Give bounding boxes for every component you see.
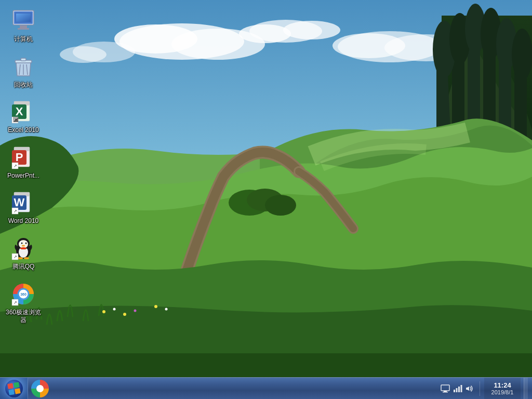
- tray-separator: [480, 381, 480, 396]
- win-logo-pane-3: [8, 389, 15, 395]
- svg-rect-85: [456, 388, 458, 392]
- desktop-wallpaper: [0, 0, 532, 399]
- svg-text:↗: ↗: [14, 164, 17, 168]
- svg-point-5: [239, 24, 291, 43]
- windows-logo: [7, 382, 20, 395]
- taskbar: 11:24 2019/8/1: [0, 377, 532, 399]
- excel-icon-label: Excel 2010: [8, 126, 38, 135]
- svg-rect-82: [444, 391, 447, 392]
- svg-point-6: [283, 21, 340, 39]
- clock-time: 11:24: [494, 381, 511, 389]
- svg-point-23: [134, 310, 137, 312]
- start-button[interactable]: [0, 378, 28, 400]
- svg-text:X: X: [16, 105, 23, 118]
- recycle-bin-label: 回收站: [14, 81, 33, 89]
- svg-point-67: [25, 242, 27, 244]
- svg-rect-87: [461, 385, 462, 392]
- svg-rect-86: [458, 387, 460, 392]
- powerpoint-icon-image: P ↗: [11, 145, 36, 170]
- svg-rect-88: [466, 388, 468, 390]
- desktop: 计算机 回收站: [0, 0, 532, 399]
- svg-point-24: [154, 305, 157, 308]
- svg-text:↗: ↗: [14, 255, 17, 259]
- svg-text:360: 360: [20, 292, 26, 296]
- word-icon-label: Word 2010: [8, 217, 38, 225]
- svg-text:P: P: [16, 151, 23, 164]
- svg-point-71: [20, 247, 26, 249]
- svg-text:↗: ↗: [14, 209, 17, 214]
- word-icon[interactable]: W ↗ Word 2010: [3, 187, 44, 229]
- svg-rect-32: [18, 28, 29, 30]
- browser360-icon-label: 360极速浏览器: [5, 309, 42, 325]
- qq-icon-label: 腾讯QQ: [12, 263, 35, 271]
- svg-rect-81: [441, 385, 449, 391]
- taskbar-360-icon[interactable]: [31, 380, 49, 397]
- svg-point-28: [265, 195, 296, 216]
- tray-icons-group: [440, 383, 475, 394]
- computer-icon-label: 计算机: [14, 35, 33, 44]
- browser360-icon[interactable]: 360 ↗ 360极速浏览器: [3, 278, 44, 328]
- svg-rect-34: [16, 14, 31, 22]
- desktop-icons-column: 计算机 回收站: [0, 0, 52, 399]
- svg-text:↗: ↗: [14, 118, 17, 123]
- svg-point-70: [24, 257, 29, 259]
- svg-text:W: W: [14, 196, 25, 209]
- svg-rect-84: [454, 390, 455, 392]
- svg-point-11: [60, 46, 107, 63]
- win-logo-pane-2: [14, 382, 20, 388]
- qq-icon[interactable]: ↗ 腾讯QQ: [3, 233, 44, 274]
- svg-point-18: [512, 29, 532, 81]
- win-logo-pane-1: [7, 383, 14, 389]
- svg-point-20: [102, 310, 105, 313]
- excel-icon-image: X ↗: [11, 99, 36, 124]
- recycle-bin-icon[interactable]: 回收站: [3, 51, 44, 92]
- svg-point-69: [18, 257, 23, 259]
- clock-area[interactable]: 11:24 2019/8/1: [484, 378, 521, 399]
- excel-icon[interactable]: X ↗ Excel 2010: [3, 96, 44, 138]
- svg-point-22: [123, 313, 126, 316]
- svg-text:↗: ↗: [14, 300, 17, 305]
- win-logo-pane-4: [15, 388, 21, 394]
- svg-rect-31: [20, 25, 27, 28]
- word-icon-image: W ↗: [11, 190, 36, 215]
- computer-icon[interactable]: 计算机: [3, 5, 44, 47]
- svg-point-63: [19, 240, 28, 248]
- svg-point-25: [165, 308, 168, 311]
- system-tray: 11:24 2019/8/1: [440, 378, 532, 399]
- svg-rect-83: [443, 392, 448, 393]
- qq-icon-image: ↗: [11, 236, 36, 261]
- svg-rect-36: [21, 58, 26, 61]
- browser360-icon-image: 360 ↗: [11, 282, 36, 307]
- show-desktop-button[interactable]: [524, 378, 528, 399]
- svg-point-68: [22, 245, 25, 246]
- clock-date: 2019/8/1: [491, 389, 514, 395]
- start-orb: [5, 380, 23, 397]
- recycle-bin-icon-image: [11, 54, 36, 79]
- svg-point-66: [21, 242, 23, 244]
- tray-network-icon[interactable]: [453, 383, 463, 394]
- computer-icon-image: [11, 8, 36, 33]
- tray-monitor-icon[interactable]: [440, 383, 450, 394]
- powerpoint-icon[interactable]: P ↗ PowerPnt...: [3, 142, 44, 183]
- powerpoint-icon-label: PowerPnt...: [7, 172, 39, 180]
- svg-point-21: [113, 308, 116, 311]
- tray-volume-icon[interactable]: [465, 383, 475, 394]
